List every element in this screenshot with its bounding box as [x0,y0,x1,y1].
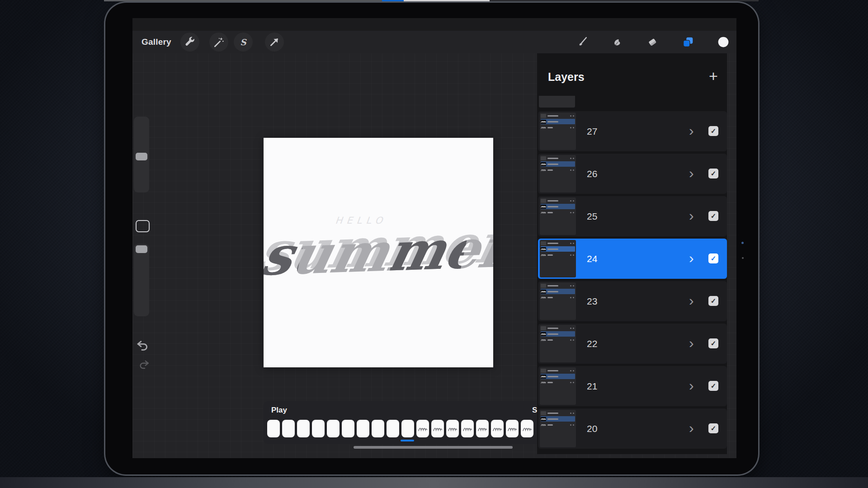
opacity-slider[interactable] [134,244,149,316]
animation-frame[interactable] [357,420,369,437]
chevron-right-icon[interactable]: › [689,366,694,405]
play-button[interactable]: Play [271,406,287,415]
mini-layer-thumb [541,247,546,251]
layer-number: 21 [587,366,597,406]
scribble-icon [541,423,546,427]
animation-frame[interactable] [461,420,474,437]
animation-frame[interactable] [416,420,429,437]
gallery-button[interactable]: Gallery [142,31,171,53]
layer-row[interactable]: 26 › ✓ [538,154,727,194]
chevron-right-icon[interactable]: › [689,324,694,362]
layer-group-thumbnail[interactable] [540,410,576,447]
layer-row[interactable]: 21 › ✓ [538,366,727,406]
color-button[interactable] [716,34,731,50]
track-dark [490,0,759,1]
brush-tool-button[interactable] [574,34,590,50]
chevron-right-icon[interactable]: › [689,408,694,447]
brush-size-slider[interactable] [134,117,149,192]
timeline-scrollbar[interactable] [354,446,513,449]
mini-layer-thumb [541,369,546,373]
transform-arrow-icon [269,36,280,48]
animation-frame[interactable] [401,420,414,437]
visibility-checkbox[interactable]: ✓ [708,381,718,391]
animation-frame[interactable] [446,420,459,437]
layer-row[interactable]: 24 › ✓ [538,239,727,279]
animation-frame[interactable] [521,420,533,437]
actions-button[interactable] [180,33,199,52]
layer-group-thumbnail[interactable] [540,155,576,192]
scribble-icon [541,296,546,299]
buffer-white [404,0,490,1]
magic-wand-icon [213,36,225,48]
layer-number: 20 [587,408,597,449]
smudge-tool-button[interactable] [609,34,625,50]
animation-frame[interactable] [312,420,325,437]
layer-group-thumbnail[interactable] [540,113,576,150]
animation-frame[interactable] [267,420,280,437]
scribble-icon [477,426,487,432]
chevron-right-icon[interactable]: › [689,239,694,277]
chevron-right-icon[interactable]: › [689,154,694,192]
current-frame-indicator [401,440,414,441]
animation-timeline: Play Settings [263,401,570,444]
layers-icon [682,36,694,48]
layer-group-thumbnail[interactable] [540,282,576,320]
played-blue [382,0,404,1]
clipped-layer-thumbnail [539,96,575,108]
scribble-icon [541,380,546,384]
selection-button[interactable]: S [234,33,253,52]
layer-number: 27 [587,111,597,151]
animation-frame[interactable] [506,420,519,437]
undo-button[interactable] [136,339,149,354]
visibility-checkbox[interactable]: ✓ [708,423,718,433]
layer-group-thumbnail[interactable] [540,240,576,277]
visibility-checkbox[interactable]: ✓ [708,338,718,348]
animation-frame[interactable] [297,420,310,437]
layer-row[interactable]: 25 › ✓ [538,196,727,236]
chevron-right-icon[interactable]: › [689,111,694,150]
animation-frame[interactable] [282,420,295,437]
chevron-right-icon[interactable]: › [689,281,694,320]
add-layer-button[interactable]: + [705,68,722,84]
redo-button[interactable] [138,359,150,372]
layer-group-thumbnail[interactable] [540,197,576,235]
layer-group-thumbnail[interactable] [540,367,576,405]
layer-row[interactable]: 27 › ✓ [538,111,727,151]
animation-frame[interactable] [476,420,489,437]
scribble-icon [522,426,532,432]
layer-group-thumbnail[interactable] [540,325,576,362]
opacity-handle[interactable] [136,245,147,253]
layer-number: 26 [587,154,597,194]
adjustments-button[interactable] [209,33,228,52]
mini-layer-thumb [541,199,546,203]
modify-button[interactable] [136,220,150,232]
eraser-tool-button[interactable] [645,34,660,50]
animation-frame[interactable] [431,420,444,437]
layer-row[interactable]: 20 › ✓ [538,408,727,449]
table-edge [0,477,868,488]
animation-frame[interactable] [342,420,354,437]
artwork-canvas[interactable]: HELLO summer summer summer [264,138,493,367]
layers-button[interactable] [680,34,696,50]
animation-frame[interactable] [372,420,384,437]
visibility-checkbox[interactable]: ✓ [708,126,718,136]
scribble-icon [418,426,428,432]
visibility-checkbox[interactable]: ✓ [708,296,718,306]
visibility-checkbox[interactable]: ✓ [708,211,718,221]
layer-row[interactable]: 22 › ✓ [538,324,727,364]
transform-button[interactable] [265,33,284,52]
scribble-icon [541,417,546,421]
top-toolbar: Gallery S [132,31,736,53]
layer-row[interactable]: 23 › ✓ [538,281,727,321]
mini-layer-thumb [541,338,546,342]
front-camera-icon [741,242,744,244]
visibility-checkbox[interactable]: ✓ [708,169,718,178]
scribble-icon [541,253,546,257]
animation-frame[interactable] [387,420,399,437]
animation-frame[interactable] [491,420,504,437]
visibility-checkbox[interactable]: ✓ [708,253,718,263]
brush-size-handle[interactable] [136,153,147,160]
animation-frame[interactable] [327,420,340,437]
mini-layer-thumb [541,326,546,330]
chevron-right-icon[interactable]: › [689,196,694,235]
